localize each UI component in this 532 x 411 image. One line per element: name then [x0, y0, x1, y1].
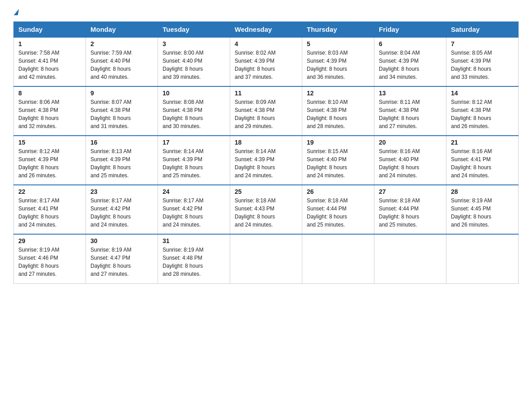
calendar-cell: 25Sunrise: 8:18 AM Sunset: 4:43 PM Dayli…	[230, 185, 302, 234]
day-number: 24	[163, 188, 225, 195]
calendar-cell	[374, 234, 446, 283]
day-info: Sunrise: 8:08 AM Sunset: 4:38 PM Dayligh…	[163, 98, 225, 130]
calendar-cell: 26Sunrise: 8:18 AM Sunset: 4:44 PM Dayli…	[302, 185, 374, 234]
day-number: 31	[163, 237, 225, 244]
calendar-cell: 8Sunrise: 8:06 AM Sunset: 4:38 PM Daylig…	[14, 86, 86, 136]
day-info: Sunrise: 8:19 AM Sunset: 4:48 PM Dayligh…	[163, 246, 225, 278]
day-number: 17	[163, 139, 225, 146]
day-number: 19	[307, 139, 369, 146]
calendar-cell: 4Sunrise: 8:02 AM Sunset: 4:39 PM Daylig…	[230, 37, 302, 86]
col-header-tuesday: Tuesday	[158, 22, 230, 38]
day-number: 21	[451, 139, 514, 146]
day-number: 9	[90, 90, 153, 97]
day-info: Sunrise: 8:10 AM Sunset: 4:38 PM Dayligh…	[307, 98, 369, 130]
day-number: 28	[451, 188, 514, 195]
day-number: 20	[379, 139, 442, 146]
day-number: 30	[90, 237, 153, 244]
day-info: Sunrise: 8:05 AM Sunset: 4:39 PM Dayligh…	[451, 49, 514, 81]
calendar-cell: 7Sunrise: 8:05 AM Sunset: 4:39 PM Daylig…	[446, 37, 519, 86]
day-number: 26	[307, 188, 369, 195]
calendar-cell: 5Sunrise: 8:03 AM Sunset: 4:39 PM Daylig…	[302, 37, 374, 86]
day-info: Sunrise: 8:16 AM Sunset: 4:40 PM Dayligh…	[379, 147, 442, 180]
calendar-cell: 3Sunrise: 8:00 AM Sunset: 4:40 PM Daylig…	[158, 37, 230, 86]
calendar-cell: 14Sunrise: 8:12 AM Sunset: 4:38 PM Dayli…	[446, 86, 519, 136]
day-info: Sunrise: 8:18 AM Sunset: 4:44 PM Dayligh…	[307, 197, 369, 229]
day-number: 14	[451, 90, 514, 97]
day-number: 11	[235, 90, 297, 97]
day-info: Sunrise: 8:06 AM Sunset: 4:38 PM Dayligh…	[18, 98, 81, 130]
day-info: Sunrise: 8:13 AM Sunset: 4:39 PM Dayligh…	[90, 147, 153, 180]
day-number: 23	[90, 188, 153, 195]
col-header-monday: Monday	[86, 22, 158, 38]
calendar-cell: 9Sunrise: 8:07 AM Sunset: 4:38 PM Daylig…	[86, 86, 158, 136]
day-number: 8	[18, 90, 81, 97]
calendar-cell: 1Sunrise: 7:58 AM Sunset: 4:41 PM Daylig…	[14, 37, 86, 86]
calendar-cell: 6Sunrise: 8:04 AM Sunset: 4:39 PM Daylig…	[374, 37, 446, 86]
col-header-thursday: Thursday	[302, 22, 374, 38]
day-info: Sunrise: 8:11 AM Sunset: 4:38 PM Dayligh…	[379, 98, 442, 130]
day-info: Sunrise: 8:17 AM Sunset: 4:42 PM Dayligh…	[90, 197, 153, 229]
calendar-cell: 30Sunrise: 8:19 AM Sunset: 4:47 PM Dayli…	[86, 234, 158, 283]
day-info: Sunrise: 8:00 AM Sunset: 4:40 PM Dayligh…	[163, 49, 225, 81]
col-header-sunday: Sunday	[14, 22, 86, 38]
day-info: Sunrise: 8:15 AM Sunset: 4:40 PM Dayligh…	[307, 147, 369, 180]
calendar-cell: 22Sunrise: 8:17 AM Sunset: 4:41 PM Dayli…	[14, 185, 86, 234]
day-info: Sunrise: 8:02 AM Sunset: 4:39 PM Dayligh…	[235, 49, 297, 81]
calendar-cell: 11Sunrise: 8:09 AM Sunset: 4:38 PM Dayli…	[230, 86, 302, 136]
calendar-cell: 23Sunrise: 8:17 AM Sunset: 4:42 PM Dayli…	[86, 185, 158, 234]
day-info: Sunrise: 8:09 AM Sunset: 4:38 PM Dayligh…	[235, 98, 297, 130]
day-number: 1	[18, 40, 81, 47]
day-number: 4	[235, 40, 297, 47]
calendar-cell: 19Sunrise: 8:15 AM Sunset: 4:40 PM Dayli…	[302, 136, 374, 185]
day-number: 2	[90, 40, 153, 47]
logo	[13, 9, 19, 13]
day-info: Sunrise: 7:58 AM Sunset: 4:41 PM Dayligh…	[18, 49, 81, 81]
day-info: Sunrise: 8:14 AM Sunset: 4:39 PM Dayligh…	[163, 147, 225, 180]
day-number: 22	[18, 188, 81, 195]
day-info: Sunrise: 8:19 AM Sunset: 4:47 PM Dayligh…	[90, 246, 153, 278]
calendar-cell: 18Sunrise: 8:14 AM Sunset: 4:39 PM Dayli…	[230, 136, 302, 185]
calendar-cell: 20Sunrise: 8:16 AM Sunset: 4:40 PM Dayli…	[374, 136, 446, 185]
day-info: Sunrise: 8:03 AM Sunset: 4:39 PM Dayligh…	[307, 49, 369, 81]
calendar-cell: 10Sunrise: 8:08 AM Sunset: 4:38 PM Dayli…	[158, 86, 230, 136]
day-number: 18	[235, 139, 297, 146]
day-info: Sunrise: 8:18 AM Sunset: 4:43 PM Dayligh…	[235, 197, 297, 229]
col-header-saturday: Saturday	[446, 22, 519, 38]
calendar-cell: 21Sunrise: 8:16 AM Sunset: 4:41 PM Dayli…	[446, 136, 519, 185]
day-number: 7	[451, 40, 514, 47]
day-info: Sunrise: 8:12 AM Sunset: 4:39 PM Dayligh…	[18, 147, 81, 180]
calendar-cell: 15Sunrise: 8:12 AM Sunset: 4:39 PM Dayli…	[14, 136, 86, 185]
calendar-cell: 13Sunrise: 8:11 AM Sunset: 4:38 PM Dayli…	[374, 86, 446, 136]
calendar-cell	[230, 234, 302, 283]
calendar-cell: 16Sunrise: 8:13 AM Sunset: 4:39 PM Dayli…	[86, 136, 158, 185]
day-info: Sunrise: 8:04 AM Sunset: 4:39 PM Dayligh…	[379, 49, 442, 81]
day-info: Sunrise: 8:12 AM Sunset: 4:38 PM Dayligh…	[451, 98, 514, 130]
calendar-cell: 12Sunrise: 8:10 AM Sunset: 4:38 PM Dayli…	[302, 86, 374, 136]
col-header-friday: Friday	[374, 22, 446, 38]
day-number: 12	[307, 90, 369, 97]
day-info: Sunrise: 8:07 AM Sunset: 4:38 PM Dayligh…	[90, 98, 153, 130]
day-number: 3	[163, 40, 225, 47]
calendar-cell: 31Sunrise: 8:19 AM Sunset: 4:48 PM Dayli…	[158, 234, 230, 283]
day-number: 10	[163, 90, 225, 97]
day-info: Sunrise: 7:59 AM Sunset: 4:40 PM Dayligh…	[90, 49, 153, 81]
calendar-cell: 2Sunrise: 7:59 AM Sunset: 4:40 PM Daylig…	[86, 37, 158, 86]
day-info: Sunrise: 8:17 AM Sunset: 4:41 PM Dayligh…	[18, 197, 81, 229]
day-info: Sunrise: 8:17 AM Sunset: 4:42 PM Dayligh…	[163, 197, 225, 229]
day-info: Sunrise: 8:19 AM Sunset: 4:46 PM Dayligh…	[18, 246, 81, 278]
day-number: 16	[90, 139, 153, 146]
calendar-cell: 17Sunrise: 8:14 AM Sunset: 4:39 PM Dayli…	[158, 136, 230, 185]
calendar-table: SundayMondayTuesdayWednesdayThursdayFrid…	[13, 21, 519, 284]
day-info: Sunrise: 8:16 AM Sunset: 4:41 PM Dayligh…	[451, 147, 514, 180]
day-number: 27	[379, 188, 442, 195]
day-info: Sunrise: 8:14 AM Sunset: 4:39 PM Dayligh…	[235, 147, 297, 180]
day-number: 6	[379, 40, 442, 47]
day-number: 29	[18, 237, 81, 244]
day-info: Sunrise: 8:18 AM Sunset: 4:44 PM Dayligh…	[379, 197, 442, 229]
col-header-wednesday: Wednesday	[230, 22, 302, 38]
calendar-cell	[302, 234, 374, 283]
day-number: 15	[18, 139, 81, 146]
day-number: 13	[379, 90, 442, 97]
day-info: Sunrise: 8:19 AM Sunset: 4:45 PM Dayligh…	[451, 197, 514, 229]
day-number: 25	[235, 188, 297, 195]
